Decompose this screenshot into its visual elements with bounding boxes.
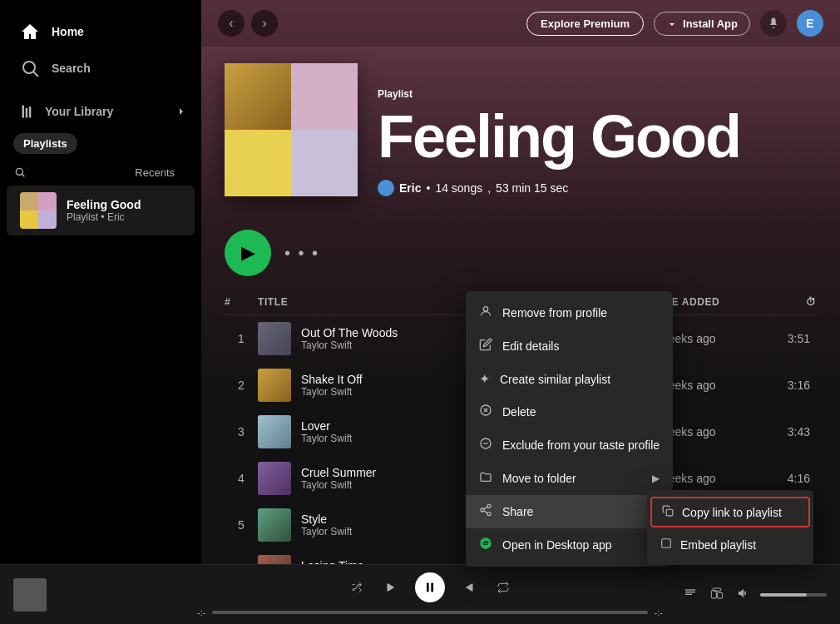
svg-line-6: [22, 174, 24, 176]
arrow-icon: ▶: [652, 473, 660, 484]
menu-similar-label: Create similar playlist: [500, 373, 610, 386]
menu-item-similar[interactable]: ✦ Create similar playlist: [466, 363, 673, 395]
menu-open-desktop-label: Open in Desktop app: [502, 538, 612, 552]
similar-icon: ✦: [479, 371, 490, 387]
svg-point-0: [23, 62, 35, 73]
search-filter-icon[interactable]: [13, 166, 27, 179]
search-filter: Recents: [0, 159, 201, 186]
svg-point-13: [487, 504, 491, 508]
sidebar-item-search[interactable]: Search: [10, 50, 191, 87]
playlist-thumbnail: [20, 192, 57, 229]
library-icon: [20, 103, 37, 120]
menu-move-label: Move to folder: [502, 472, 576, 485]
svg-line-1: [34, 72, 39, 77]
menu-item-remove[interactable]: Remove from profile: [466, 296, 673, 329]
thumb-cell-4: [38, 210, 57, 229]
sidebar-home-label: Home: [52, 25, 84, 38]
menu-item-edit[interactable]: Edit details: [466, 329, 673, 363]
context-menu: Remove from profile Edit details ✦ Creat…: [466, 291, 673, 564]
embed-label: Embed playlist: [680, 538, 756, 552]
menu-item-open-desktop[interactable]: Open in Desktop app: [466, 528, 673, 562]
search-small-icon: [13, 166, 27, 179]
share-icon: [479, 503, 492, 520]
svg-rect-4: [29, 106, 32, 117]
embed-icon: [660, 537, 672, 552]
svg-point-15: [487, 513, 491, 516]
menu-item-move[interactable]: Move to folder ▶: [466, 462, 673, 495]
menu-remove-label: Remove from profile: [502, 306, 607, 319]
svg-point-5: [16, 168, 22, 175]
library-header: Your Library: [0, 93, 201, 128]
svg-point-14: [481, 508, 484, 512]
thumb-cell-2: [38, 192, 57, 210]
svg-rect-19: [662, 539, 671, 548]
copy-link-icon: [662, 505, 674, 519]
main-content: ‹ › Explore Premium Install App E: [201, 0, 840, 564]
thumb-cell-1: [20, 192, 38, 210]
bottom-left: [13, 578, 180, 612]
menu-share-label: Share: [502, 505, 533, 518]
library-actions: [148, 102, 191, 121]
playlist-name: Feeling Good: [67, 198, 181, 211]
context-menu-overlay: Remove from profile Edit details ✦ Creat…: [201, 0, 840, 564]
add-library-button[interactable]: [148, 102, 168, 121]
sidebar-item-home[interactable]: Home: [10, 13, 191, 50]
sidebar-nav: Home Search: [0, 7, 201, 93]
sidebar: Home Search Your Library: [0, 0, 201, 564]
submenu-copy-link[interactable]: Copy link to playlist: [650, 497, 810, 527]
menu-item-share[interactable]: Share ▶ Copy link to playlist: [466, 495, 673, 528]
spotify-icon: [479, 537, 492, 553]
svg-line-16: [484, 511, 488, 513]
svg-point-20: [480, 537, 491, 548]
svg-rect-18: [666, 509, 673, 516]
playlist-info: Feeling Good Playlist • Eric: [67, 198, 181, 223]
library-title: Your Library: [20, 103, 113, 120]
search-icon: [20, 58, 40, 78]
playlists-filter-button[interactable]: Playlists: [13, 133, 77, 154]
menu-delete-label: Delete: [502, 405, 536, 418]
playlist-list-item[interactable]: Feeling Good Playlist • Eric: [7, 186, 195, 235]
svg-rect-2: [22, 106, 25, 118]
remove-icon: [479, 305, 492, 321]
svg-rect-3: [26, 108, 28, 118]
expand-library-button[interactable]: [171, 102, 191, 121]
svg-point-7: [483, 307, 487, 311]
submenu-embed[interactable]: Embed playlist: [647, 529, 813, 560]
list-icon: [178, 167, 188, 177]
delete-icon: [479, 404, 492, 420]
menu-item-exclude[interactable]: Exclude from your taste profile: [466, 428, 673, 462]
sidebar-search-label: Search: [52, 62, 91, 75]
now-playing-art: [13, 578, 47, 612]
recents-sort-button[interactable]: Recents: [135, 166, 188, 179]
share-submenu: Copy link to playlist Embed playlist: [647, 490, 813, 564]
filter-row: Playlists: [0, 128, 201, 159]
folder-icon: [479, 470, 492, 487]
menu-exclude-label: Exclude from your taste profile: [502, 438, 660, 452]
svg-line-17: [484, 507, 488, 509]
thumb-cell-3: [20, 210, 38, 229]
edit-icon: [479, 338, 492, 354]
copy-link-label: Copy link to playlist: [682, 506, 782, 519]
your-library-label: Your Library: [45, 105, 113, 118]
home-icon: [20, 22, 40, 42]
exclude-icon: [479, 437, 492, 453]
recents-label: Recents: [135, 166, 175, 179]
menu-item-delete[interactable]: Delete: [466, 395, 673, 428]
menu-edit-label: Edit details: [502, 339, 559, 353]
playlist-meta: Playlist • Eric: [67, 211, 181, 223]
